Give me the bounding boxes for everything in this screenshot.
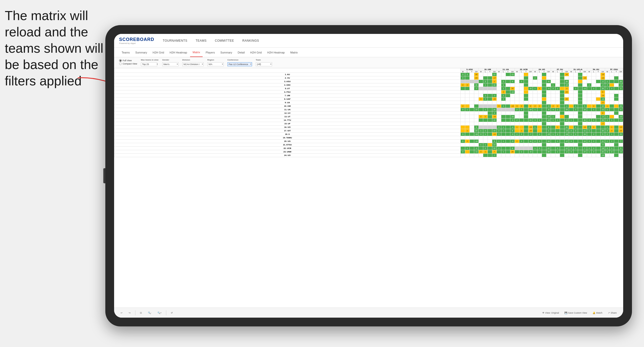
nav-tournaments[interactable]: TOURNAMENTS: [162, 34, 188, 47]
sub-nav-h2h-grid2[interactable]: H2H Grid: [248, 48, 264, 57]
sh-uu-w: W: [587, 71, 592, 73]
share-btn[interactable]: ↗ Share: [606, 311, 618, 315]
matrix-cell: 23: [474, 76, 479, 80]
matrix-cell: 2: [519, 104, 524, 108]
matrix-cell: 2: [515, 108, 519, 111]
nav-committee[interactable]: COMMITTEE: [214, 34, 235, 47]
matrix-cell: [619, 73, 623, 76]
matrix-cell: [587, 101, 592, 104]
matrix-cell: 1: [501, 104, 506, 108]
matrix-cell: [524, 133, 528, 136]
row-team-label: 16. UO: [114, 126, 461, 129]
matrix-cell: [560, 119, 565, 122]
matrix-cell: [560, 90, 565, 94]
matrix-cell: [560, 126, 565, 129]
sub-nav-matrix[interactable]: Matrix: [190, 48, 203, 57]
matrix-cell: [470, 140, 474, 143]
matrix-cell: 28: [565, 108, 569, 111]
matrix-cell: [506, 76, 510, 80]
undo-btn[interactable]: ↩: [119, 311, 124, 315]
matrix-cell: [551, 129, 555, 133]
redo-btn[interactable]: ↪: [127, 311, 132, 315]
sub-nav-h2h-heatmap2[interactable]: H2H Heatmap: [265, 48, 287, 57]
matrix-cell: [470, 108, 474, 111]
matrix-cell: [605, 136, 610, 140]
matrix-cell: [488, 143, 492, 147]
nav-teams[interactable]: TEAMS: [195, 34, 208, 47]
zoom-out-btn[interactable]: 🔍-: [146, 311, 153, 315]
matrix-cell: [546, 136, 551, 140]
matrix-cell: [546, 154, 551, 157]
matrix-cell: [614, 129, 619, 133]
matrix-cell: [474, 104, 479, 108]
matrix-cell: [578, 101, 583, 104]
matrix-cell: [596, 147, 601, 150]
row-team-label: 12. UV: [114, 111, 461, 115]
table-row: 8. UAF32-20225-18: [114, 97, 623, 101]
matrix-cell: [592, 80, 596, 83]
matrix-cell: [497, 115, 501, 119]
matrix-scroll[interactable]: 3. ASU 10. UW 11. UA 22. UCB 24. UO 27. …: [114, 68, 623, 308]
matrix-cell: [483, 111, 488, 115]
matrix-cell: [592, 97, 596, 101]
matrix-cell: [506, 101, 510, 104]
matrix-cell: [555, 94, 560, 97]
matrix-cell: 1: [497, 140, 501, 143]
matrix-cell: 1: [605, 108, 610, 111]
matrix-cell: 6: [601, 90, 605, 94]
team-select[interactable]: (All): [256, 62, 272, 66]
sub-nav-teams[interactable]: Teams: [119, 48, 132, 57]
matrix-cell: 2: [551, 87, 555, 90]
matrix-cell: 2: [533, 76, 537, 80]
save-custom-label: Save Custom View: [568, 312, 587, 314]
compact-view-radio[interactable]: Compact View: [119, 63, 137, 65]
sub-nav-players[interactable]: Players: [203, 48, 217, 57]
full-view-radio[interactable]: Full View: [119, 59, 137, 62]
reset-btn[interactable]: ↺: [169, 311, 174, 315]
division-select[interactable]: NCAA Division I: [182, 62, 204, 66]
gender-select[interactable]: Men's Women's: [162, 62, 179, 66]
compact-view-radio-circle: [119, 63, 122, 65]
sub-nav-matrix2[interactable]: Matrix: [288, 48, 300, 57]
matrix-cell: [524, 83, 528, 87]
sub-nav-summary[interactable]: Summary: [133, 48, 149, 57]
matrix-cell: [587, 122, 592, 126]
matrix-cell: 2: [483, 80, 488, 83]
conference-select[interactable]: Pac-12 Conference: [227, 62, 252, 66]
fit-btn[interactable]: ⊡: [138, 311, 143, 315]
matrix-cell: [592, 136, 596, 140]
zoom-in-btn[interactable]: 🔍+: [156, 311, 163, 315]
row-team-label: 14. TTU: [114, 119, 461, 122]
max-teams-select[interactable]: Top 25 Top 10 All: [141, 62, 157, 66]
view-original-btn[interactable]: 👁 View: Original: [541, 311, 560, 315]
matrix-cell: [574, 140, 578, 143]
sub-nav-h2h-heatmap[interactable]: H2H Heatmap: [167, 48, 190, 57]
matrix-cell: 9: [619, 147, 623, 150]
nav-rankings[interactable]: RANKINGS: [241, 34, 260, 47]
matrix-cell: 18: [492, 83, 497, 87]
region-select[interactable]: N/A: [207, 62, 224, 66]
sub-nav-h2h-grid[interactable]: H2H Grid: [150, 48, 167, 57]
matrix-cell: [578, 115, 583, 119]
row-team-label: 13. UT: [114, 115, 461, 119]
matrix-cell: [587, 111, 592, 115]
matrix-cell: 1: [605, 87, 610, 90]
sub-nav-detail[interactable]: Detail: [235, 48, 247, 57]
matrix-cell: [492, 101, 497, 104]
matrix-cell: 1: [483, 83, 488, 87]
col-header-ucb: 22. UCB: [515, 68, 533, 71]
watch-btn[interactable]: 🔔 Watch: [591, 311, 604, 315]
matrix-cell: [610, 90, 614, 94]
matrix-cell: [592, 154, 596, 157]
matrix-cell: [483, 76, 488, 80]
matrix-cell: [515, 115, 519, 119]
matrix-cell: -19: [601, 154, 605, 157]
matrix-cell: [614, 94, 619, 97]
save-custom-btn[interactable]: 💾 Save Custom View: [563, 311, 589, 315]
matrix-cell: [610, 94, 614, 97]
matrix-cell: [510, 94, 515, 97]
sub-nav-summary2[interactable]: Summary: [218, 48, 235, 57]
save-icon: 💾: [565, 312, 567, 314]
matrix-cell: [524, 126, 528, 129]
matrix-cell: 1: [551, 119, 555, 122]
